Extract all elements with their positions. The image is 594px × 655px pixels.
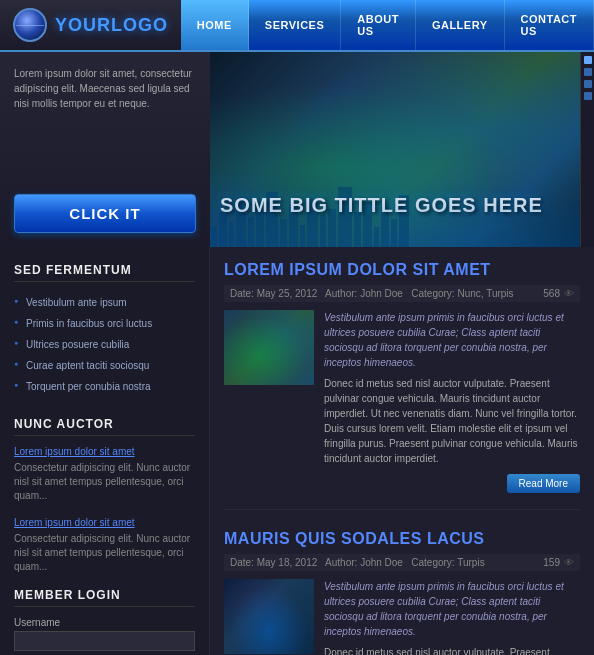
list-item[interactable]: Ultrices posuere cubilia — [14, 334, 195, 355]
hero-scrollbar[interactable] — [580, 52, 594, 247]
post-1-category-label: Category: — [411, 288, 457, 299]
scroll-dot-3[interactable] — [584, 80, 592, 88]
nav-services[interactable]: SERVICES — [249, 0, 341, 50]
sidebar-post-link-2[interactable]: Lorem ipsum dolor sit amet — [14, 517, 195, 528]
nav-contact[interactable]: CONTACT US — [505, 0, 594, 50]
post-1-author: John Doe — [360, 288, 403, 299]
post-1-views: 568 👁 — [543, 288, 574, 299]
sidebar: SED FERMENTUM Vestibulum ante ipsum Prim… — [0, 247, 210, 655]
post-2-text: Vestibulum ante ipsum primis in faucibus… — [324, 579, 580, 655]
post-1-meta-text: Date: May 25, 2012 Author: John Doe Cate… — [230, 288, 514, 299]
logo-text: YOURLOGO — [55, 15, 168, 36]
globe-icon — [13, 8, 47, 42]
sidebar-section1-title: SED FERMENTUM — [14, 263, 195, 282]
post-2-author: John Doe — [360, 557, 403, 568]
post-1-author-label: Author: — [325, 288, 360, 299]
hero-section: Lorem ipsum dolor sit amet, consectetur … — [0, 52, 594, 247]
member-login-title: MEMBER LOGIN — [14, 588, 195, 607]
sidebar-post-2: Lorem ipsum dolor sit amet Consectetur a… — [14, 517, 195, 574]
scroll-dot-4[interactable] — [584, 92, 592, 100]
scroll-dot-2[interactable] — [584, 68, 592, 76]
post-1-meta: Date: May 25, 2012 Author: John Doe Cate… — [224, 285, 580, 302]
header: YOURLOGO HOME SERVICES ABOUT US GALLERY … — [0, 0, 594, 52]
logo-area: YOURLOGO — [0, 2, 181, 48]
post-2-views: 159 👁 — [543, 557, 574, 568]
post-1-category: Nunc, Turpis — [457, 288, 513, 299]
post-2-body: Vestibulum ante ipsum primis in faucibus… — [224, 579, 580, 655]
sidebar-post-desc-1: Consectetur adipiscing elit. Nunc auctor… — [14, 461, 195, 503]
nav-gallery[interactable]: GALLERY — [416, 0, 505, 50]
post-1-text: Vestibulum ante ipsum primis in faucibus… — [324, 310, 580, 493]
sidebar-list: Vestibulum ante ipsum Primis in faucibus… — [14, 292, 195, 397]
hero-left: Lorem ipsum dolor sit amet, consectetur … — [0, 52, 210, 247]
list-item[interactable]: Curae aptent taciti sociosqu — [14, 355, 195, 376]
click-it-button[interactable]: CLICK IT — [14, 194, 196, 233]
list-item[interactable]: Primis in faucibus orci luctus — [14, 313, 195, 334]
main-content: SED FERMENTUM Vestibulum ante ipsum Prim… — [0, 247, 594, 655]
view-icon-2: 👁 — [564, 557, 574, 568]
post-2-category: Turpis — [457, 557, 484, 568]
list-item[interactable]: Vestibulum ante ipsum — [14, 292, 195, 313]
post-1-read-more[interactable]: Read More — [507, 474, 580, 493]
post-2-meta-text: Date: May 18, 2012 Author: John Doe Cate… — [230, 557, 485, 568]
post-1-date-label: Date: — [230, 288, 257, 299]
post-2-category-label: Category: — [411, 557, 457, 568]
post-2-body-text: Donec id metus sed nisl auctor vulputate… — [324, 645, 580, 655]
post-1-body-text: Donec id metus sed nisl auctor vulputate… — [324, 376, 580, 466]
post-2: MAURIS QUIS SODALES LACUS Date: May 18, … — [224, 530, 580, 655]
list-item[interactable]: Torquent per conubia nostra — [14, 376, 195, 397]
nav-about[interactable]: ABOUT US — [341, 0, 416, 50]
sidebar-post-desc-2: Consectetur adipiscing elit. Nunc auctor… — [14, 532, 195, 574]
view-icon: 👁 — [564, 288, 574, 299]
nav: HOME SERVICES ABOUT US GALLERY CONTACT U… — [181, 0, 594, 50]
post-1-thumbnail — [224, 310, 314, 385]
post-2-title: MAURIS QUIS SODALES LACUS — [224, 530, 580, 548]
post-1-date: May 25, 2012 — [257, 288, 318, 299]
sidebar-post-1: Lorem ipsum dolor sit amet Consectetur a… — [14, 446, 195, 503]
post-2-author-label: Author: — [325, 557, 360, 568]
post-2-thumbnail — [224, 579, 314, 654]
sidebar-post-link-1[interactable]: Lorem ipsum dolor sit amet — [14, 446, 195, 457]
scroll-dot-1[interactable] — [584, 56, 592, 64]
post-1-body: Vestibulum ante ipsum primis in faucibus… — [224, 310, 580, 493]
sidebar-section2-title: NUNC AUCTOR — [14, 417, 195, 436]
post-2-date: May 18, 2012 — [257, 557, 318, 568]
content-area: LOREM IPSUM DOLOR SIT AMET Date: May 25,… — [210, 247, 594, 655]
post-2-date-label: Date: — [230, 557, 257, 568]
hero-image: SOME BIG TITTLE GOES HERE — [210, 52, 580, 247]
nav-home[interactable]: HOME — [181, 0, 249, 50]
username-label: Username — [14, 617, 195, 628]
member-login-section: MEMBER LOGIN Username Password LOGIN — [14, 588, 195, 655]
city-skyline — [210, 177, 580, 247]
hero-description: Lorem ipsum dolor sit amet, consectetur … — [14, 66, 196, 111]
post-2-meta: Date: May 18, 2012 Author: John Doe Cate… — [224, 554, 580, 571]
username-input[interactable] — [14, 631, 195, 651]
post-2-intro: Vestibulum ante ipsum primis in faucibus… — [324, 579, 580, 639]
post-1: LOREM IPSUM DOLOR SIT AMET Date: May 25,… — [224, 261, 580, 510]
hero-title: SOME BIG TITTLE GOES HERE — [220, 193, 575, 217]
post-1-title: LOREM IPSUM DOLOR SIT AMET — [224, 261, 580, 279]
post-1-intro: Vestibulum ante ipsum primis in faucibus… — [324, 310, 580, 370]
